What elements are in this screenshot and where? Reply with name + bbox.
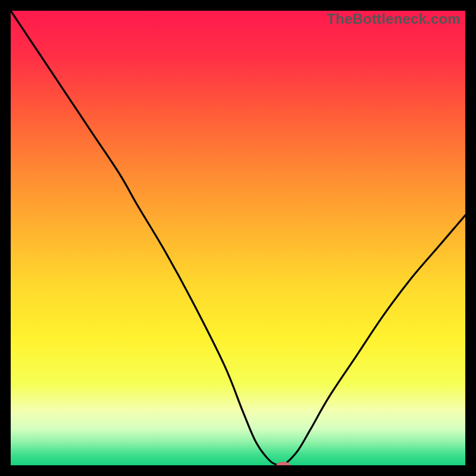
bottleneck-chart xyxy=(11,11,465,465)
chart-frame: TheBottleneck.com xyxy=(0,0,476,476)
plot-area: TheBottleneck.com xyxy=(11,11,465,465)
watermark-text: TheBottleneck.com xyxy=(327,11,461,27)
